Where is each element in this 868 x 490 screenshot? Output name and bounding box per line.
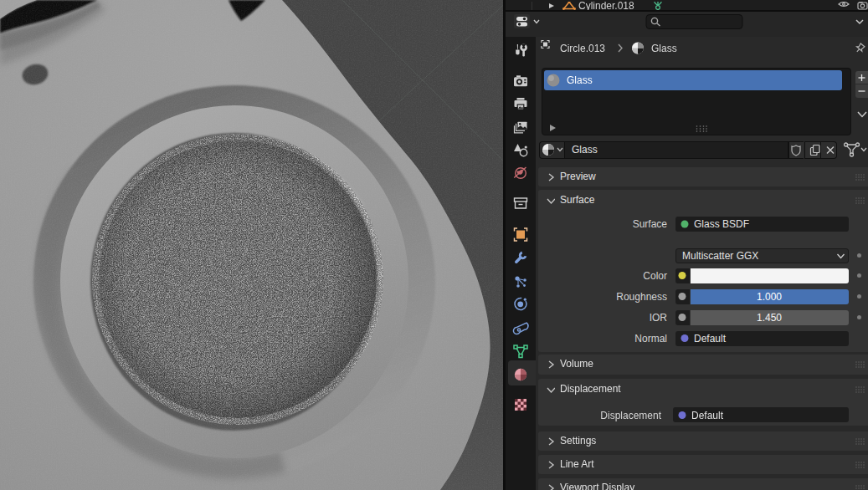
svg-text:Cylinder.018: Cylinder.018 [578, 2, 634, 10]
svg-text:Circle.013: Circle.013 [560, 43, 605, 54]
svg-text:Glass: Glass [651, 43, 677, 54]
